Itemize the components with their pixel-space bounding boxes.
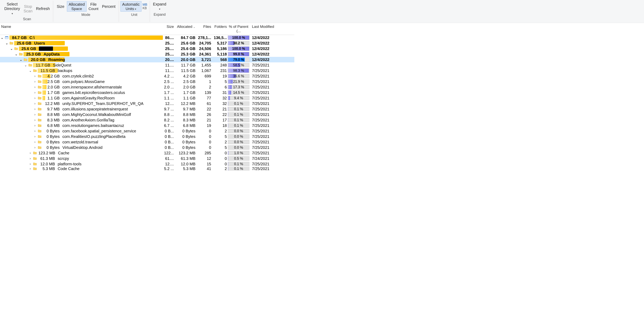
row-size-inline: 5.3 MB <box>38 167 55 171</box>
row-name: com.facebook.spatial_persistence_service <box>62 129 136 133</box>
tree-row[interactable]: ›5.3 MBCode Cache5.2 ...5.3 MB4120.1 %7/… <box>0 167 294 171</box>
expand-icon[interactable]: › <box>33 102 37 105</box>
tree-name-cell[interactable]: ›9.7 MBcom.iillusions.spacepiratetrainer… <box>0 106 163 112</box>
row-size-inline: 9.7 MB <box>43 107 60 111</box>
col-percent[interactable]: % of Parent (... <box>228 23 250 35</box>
expand-icon[interactable]: › <box>33 85 37 89</box>
row-size-inline: 12.0 MB <box>38 162 55 166</box>
expand-icon[interactable]: › <box>33 74 37 78</box>
expand-button[interactable]: Expand <box>152 1 168 11</box>
folder-icon <box>38 135 42 138</box>
expand-icon[interactable]: › <box>28 167 32 170</box>
row-size-inline: 0 Bytes <box>43 134 60 139</box>
row-size-inline: 25.3 GB <box>24 52 41 56</box>
row-size-inline: 0 Bytes <box>43 140 60 144</box>
collapse-icon[interactable]: ⌄ <box>10 47 13 51</box>
mode-allocated-button[interactable]: AllocatedSpace <box>67 1 86 11</box>
size-bar: 8.8 MBcom.MightyCoconut.WalkaboutMiniGol… <box>42 112 163 117</box>
select-directory-button[interactable]: Select Directory <box>3 1 22 16</box>
tree-name-cell[interactable]: ›6.8 MBcom.resolutiongames.baitsantacruz <box>0 123 163 128</box>
tree-name-cell[interactable]: ›123.2 MBCache <box>0 150 163 156</box>
tree-name-cell[interactable]: ⌄84.7 GBC:\ <box>0 35 163 40</box>
tree-name-cell[interactable]: ›2.5 GBcom.polyarc.MossGame <box>0 79 163 84</box>
unit-mini-labels: MBKB <box>142 2 148 10</box>
row-name <box>39 46 53 51</box>
tree-row[interactable]: ›12.0 MBplatform-tools12....12.0 MB1500.… <box>0 161 294 167</box>
expand-icon[interactable]: › <box>33 124 37 127</box>
collapse-icon[interactable]: ⌄ <box>28 69 32 72</box>
expand-icon[interactable]: › <box>28 162 32 166</box>
expand-icon[interactable]: › <box>28 157 32 160</box>
tree-name-cell[interactable]: ›0 Bytescom.facebook.spatial_persistence… <box>0 128 163 134</box>
collapse-icon[interactable]: ⌄ <box>24 63 28 67</box>
tree-name-cell[interactable]: ›61.3 MBscrcpy <box>0 156 163 161</box>
col-files[interactable]: Files <box>196 23 212 35</box>
collapse-icon[interactable]: ⌄ <box>14 52 18 56</box>
tree-name-cell[interactable]: ⌄20.0 GBRoaming <box>0 57 163 62</box>
tree-name-cell[interactable]: ⌄25.6 GB <box>0 46 163 51</box>
tree-name-cell[interactable]: ›12.2 MBunity.SUPERHOT_Team.SUPERHOT_VR_… <box>0 101 163 106</box>
mode-filecount-button[interactable]: FileCount <box>87 1 100 11</box>
expand-icon[interactable]: › <box>33 107 37 111</box>
tree-name-cell[interactable]: ›12.0 MBplatform-tools <box>0 161 163 167</box>
expand-icon[interactable]: › <box>33 80 37 83</box>
col-size[interactable]: Size <box>163 23 175 35</box>
tree-name-cell[interactable]: ›8.3 MBcom.AnotherAxiom.GorillaTag <box>0 117 163 123</box>
tree-name-cell[interactable]: ›0 Bytescom.wetzold.travrsal <box>0 139 163 145</box>
ribbon-group-label: Mode <box>82 13 90 17</box>
cell-modified: 7/25/2021 <box>250 167 279 171</box>
folder-icon <box>38 107 42 111</box>
tree-name-cell[interactable]: ⌄11.5 GBbackups <box>0 68 163 73</box>
row-name: com.MightyCoconut.WalkaboutMiniGolf <box>62 112 131 117</box>
size-bar: 84.7 GBC:\ <box>10 35 163 40</box>
row-name: com.wetzold.travrsal <box>62 140 98 144</box>
size-bar: 2.0 GBcom.innerspacevr.afishermanstale <box>42 84 163 90</box>
tree-name-cell[interactable]: ›5.3 MBCode Cache <box>0 167 163 171</box>
collapse-icon[interactable]: ⌄ <box>5 41 9 45</box>
tree-name-cell[interactable]: ⌄25.3 GBAppData <box>0 51 163 57</box>
expand-icon[interactable]: › <box>33 118 37 122</box>
row-name: com.iillusions.spacepiratetrainerquest <box>62 107 128 111</box>
expand-icon[interactable]: › <box>28 151 32 155</box>
tree-name-cell[interactable]: ›8.8 MBcom.MightyCoconut.WalkaboutMiniGo… <box>0 112 163 117</box>
expand-icon[interactable]: › <box>33 146 37 149</box>
tree-name-cell[interactable]: ›1.7 GBgames.b4t.epicrollercoasters.ocul… <box>0 90 163 95</box>
expand-icon[interactable]: › <box>33 96 37 100</box>
expand-icon[interactable]: › <box>33 129 37 133</box>
size-bar: 1.7 GBgames.b4t.epicrollercoasters.oculu… <box>42 90 163 95</box>
tree-name-cell[interactable]: ›0 BytesVirtualDesktop.Android <box>0 145 163 150</box>
stop-scan-button[interactable]: Stop Scan <box>22 3 34 14</box>
row-size-inline: 11.7 GB <box>34 63 50 67</box>
collapse-icon[interactable]: ⌄ <box>19 58 23 62</box>
col-folders[interactable]: Folders <box>212 23 228 35</box>
tree-name-cell[interactable]: ›1.1 GBcom.AgainstGravity.RecRoom <box>0 95 163 101</box>
expand-icon[interactable]: › <box>33 91 37 94</box>
expand-icon[interactable]: › <box>33 113 37 116</box>
col-modified[interactable]: Last Modified <box>250 23 279 35</box>
row-name: backups <box>58 68 72 73</box>
row-size-inline: 0 Bytes <box>43 129 60 133</box>
size-bar: 8.3 MBcom.AnotherAxiom.GorillaTag <box>42 117 163 123</box>
tree-name-cell[interactable]: ⌄25.6 GBUsers <box>0 40 163 46</box>
tree-name-cell[interactable]: ›0 Bytescom.RealitiesIO.puzzlingPlacesBe… <box>0 134 163 139</box>
collapse-icon[interactable]: ⌄ <box>0 36 4 40</box>
size-bar: 1.1 GBcom.AgainstGravity.RecRoom <box>42 95 163 101</box>
folder-icon <box>33 162 37 166</box>
tree-name-cell[interactable]: ›2.0 GBcom.innerspacevr.afishermanstale <box>0 84 163 90</box>
tree-name-cell[interactable]: ⌄11.7 GBSideQuest <box>0 62 163 68</box>
expand-icon[interactable]: › <box>33 135 37 138</box>
col-allocated[interactable]: Allocated <box>175 23 196 35</box>
mode-percent-button[interactable]: Percent <box>100 3 117 9</box>
auto-units-button[interactable]: AutomaticUnits <box>120 1 142 11</box>
row-size-inline: 61.3 MB <box>38 156 55 161</box>
mode-size-button[interactable]: Size <box>55 3 66 9</box>
row-size-inline: 20.0 GB <box>29 57 46 62</box>
folder-icon <box>38 91 42 94</box>
tree-name-cell[interactable]: ›4.2 GBcom.crytek.climb2 <box>0 73 163 79</box>
col-name[interactable]: Name <box>0 23 163 35</box>
ribbon-group-expand: Expand Expand <box>150 1 170 22</box>
expand-icon[interactable]: › <box>33 140 37 144</box>
folder-icon <box>28 63 32 67</box>
size-bar: 25.6 GBUsers <box>14 41 163 46</box>
refresh-button[interactable]: Refresh <box>34 6 52 11</box>
